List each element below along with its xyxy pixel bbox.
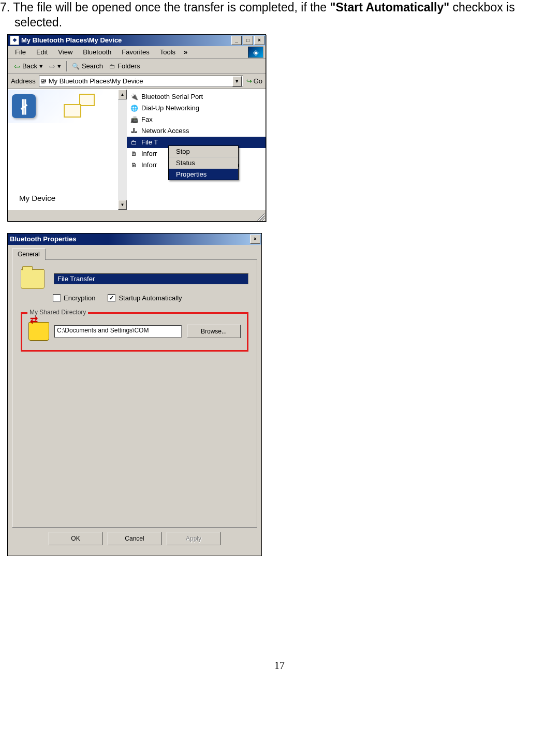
properties-dialog: Bluetooth Properties × General File Tran… [7,233,262,556]
address-icon: 🖳 [40,78,47,85]
scrollbar-vertical[interactable]: ▲ ▼ [117,90,127,210]
cancel-button[interactable]: Cancel [108,532,161,545]
menu-view[interactable]: View [53,47,78,57]
service-label: Fax [141,115,153,123]
service-label: Bluetooth Serial Port [141,93,203,100]
instruction-bold: "Start Automatically" [330,1,450,14]
menu-bluetooth[interactable]: Bluetooth [78,47,116,57]
service-item-network[interactable]: 🖧 Network Access [127,125,266,137]
address-field[interactable]: 🖳 My Bluetooth Places\My Device ▼ [39,76,243,87]
scroll-up-icon[interactable]: ▲ [118,90,127,99]
folders-label: Folders [117,62,140,70]
path-field[interactable]: C:\Documents and Settings\COM [54,325,182,338]
titlebar[interactable]: ❖ My Bluetooth Places\My Device _ □ × [8,35,266,46]
dialog-titlebar[interactable]: Bluetooth Properties × [8,234,261,245]
instruction-text: 7. The file will be opened once the tran… [14,0,559,30]
dialup-icon: 🌐 [130,104,138,112]
ctx-status[interactable]: Status [169,157,238,169]
search-label: Search [82,62,103,70]
services-list: 🔌 Bluetooth Serial Port 🌐 Dial-Up Networ… [127,90,266,210]
toolbar: ⇦ Back ▾ ⇨ ▾ 🔍 Search 🗀 Folders [8,59,266,74]
close-button[interactable]: × [254,36,264,45]
ctx-properties[interactable]: Properties [169,169,238,180]
service-item-serial[interactable]: 🔌 Bluetooth Serial Port [127,91,266,103]
banner-area: ∦ [8,90,117,123]
address-bar: Address 🖳 My Bluetooth Places\My Device … [8,74,266,89]
apply-button[interactable]: Apply [167,532,220,545]
ok-button[interactable]: OK [49,532,102,545]
menu-file[interactable]: File [10,47,31,57]
dialog-button-row: OK Cancel Apply [12,528,257,550]
resize-grip-icon[interactable] [257,213,264,221]
back-label: Back [22,62,37,70]
checkbox-checked-icon [108,294,115,302]
window-title: My Bluetooth Places\My Device [21,36,231,44]
go-label: Go [254,77,262,85]
service-label: File T [141,138,158,146]
name-field[interactable]: File Transfer [54,273,248,284]
address-value: My Bluetooth Places\My Device [49,77,143,85]
back-arrow-icon: ⇦ [14,62,20,70]
forward-button[interactable]: ⇨ ▾ [46,61,64,71]
service-label: Inforr [141,150,157,157]
back-button[interactable]: ⇦ Back ▾ [11,61,46,71]
ctx-stop[interactable]: Stop [169,146,238,157]
folders-icon: 🗀 [109,63,115,70]
go-icon: ↪ [246,77,252,85]
browse-button[interactable]: Browse... [187,325,241,338]
folders-pane: ∦ My Device [8,90,117,210]
folder-icon [21,269,45,289]
decorative-icon [64,104,81,118]
device-label: My Device [8,194,117,210]
menu-bar: File Edit View Bluetooth Favorites Tools… [8,46,266,59]
service-item-fax[interactable]: 📠 Fax [127,114,266,125]
back-dropdown[interactable]: ▾ [39,62,43,70]
toolbar-separator [66,61,67,71]
menu-more[interactable]: » [181,47,190,57]
service-label: Dial-Up Networking [141,104,199,112]
menu-tools[interactable]: Tools [155,47,181,57]
fax-icon: 📠 [130,115,138,124]
tab-page-general: File Transfer Encryption Startup Automat… [12,260,257,528]
network-icon: 🖧 [130,127,138,135]
decorative-icon [79,94,95,106]
app-icon: ❖ [10,36,19,45]
file-transfer-icon: 🗀 [130,138,138,147]
service-label: Network Access [141,127,189,135]
dialog-close-button[interactable]: × [250,235,260,244]
forward-arrow-icon: ⇨ [49,62,55,70]
shared-folder-icon [28,322,49,341]
throbber-icon: ◈ [248,47,263,58]
search-button[interactable]: 🔍 Search [69,61,106,71]
page-number: 17 [0,660,559,672]
info-icon: 🗎 [130,150,138,158]
service-label: Inforr [141,161,157,169]
startup-checkbox[interactable]: Startup Automatically [108,294,182,302]
service-item-dialup[interactable]: 🌐 Dial-Up Networking [127,103,266,114]
scroll-down-icon[interactable]: ▼ [118,200,127,210]
explorer-body: ∦ My Device ▲ ▼ 🔌 Bluetooth Serial Port [8,89,266,210]
encryption-label: Encryption [64,294,95,302]
shared-directory-group: My Shared Directory C:\Documents and Set… [21,312,248,352]
checkbox-icon [53,294,61,302]
search-icon: 🔍 [72,63,80,70]
scroll-track[interactable] [118,99,127,200]
minimize-button[interactable]: _ [231,36,242,45]
serial-icon: 🔌 [130,93,138,101]
dialog-title: Bluetooth Properties [10,235,250,243]
menu-edit[interactable]: Edit [31,47,53,57]
explorer-window: ❖ My Bluetooth Places\My Device _ □ × Fi… [7,34,266,222]
instruction-prefix: 7. The file will be opened once the tran… [0,1,330,14]
folders-button[interactable]: 🗀 Folders [106,61,143,71]
maximize-button[interactable]: □ [243,36,253,45]
info-icon: 🗎 [130,161,138,169]
menu-favorites[interactable]: Favorites [116,47,154,57]
address-dropdown[interactable]: ▼ [232,76,242,86]
go-button[interactable]: ↪ Go [246,77,262,85]
status-bar [8,210,266,221]
address-label: Address [11,77,36,85]
tab-general[interactable]: General [12,249,46,260]
encryption-checkbox[interactable]: Encryption [53,294,95,302]
startup-label: Startup Automatically [119,294,182,302]
forward-dropdown: ▾ [57,62,61,70]
